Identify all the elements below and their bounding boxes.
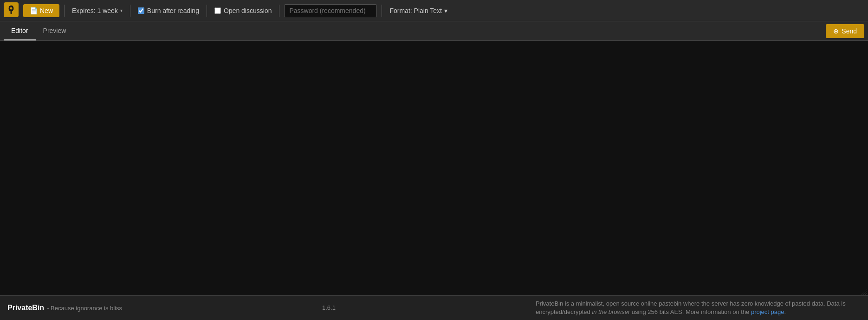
format-dropdown[interactable]: Format: Plain Text ▾ (387, 5, 450, 16)
expires-dropdown-arrow: ▾ (120, 8, 123, 13)
tab-preview[interactable]: Preview (36, 21, 74, 40)
expires-label: Expires: 1 week (72, 7, 118, 14)
open-discussion-checkbox[interactable] (214, 7, 221, 14)
svg-line-5 (863, 291, 867, 295)
tab-preview-label: Preview (43, 27, 66, 34)
main-content: Editor Preview ⊕ Send (0, 21, 868, 295)
send-button[interactable]: ⊕ Send (826, 24, 864, 38)
svg-rect-3 (11, 11, 12, 14)
tab-editor[interactable]: Editor (4, 21, 36, 40)
editor-textarea[interactable] (0, 41, 868, 295)
footer-tagline: - Because ignorance is bliss (47, 305, 122, 312)
burn-after-reading-label: Burn after reading (147, 7, 199, 14)
editor-wrapper (0, 41, 868, 295)
svg-line-6 (865, 293, 867, 295)
tab-editor-label: Editor (11, 27, 28, 34)
logo (4, 2, 19, 19)
send-button-label: Send (842, 27, 857, 35)
tabs-left: Editor Preview (4, 21, 73, 40)
burn-after-reading-checkbox-label[interactable]: Burn after reading (135, 5, 202, 16)
project-page-link[interactable]: project page (751, 308, 784, 315)
footer-desc-middle: using 256 bits AES. More information on … (630, 308, 751, 315)
nav-separator-2 (130, 5, 130, 17)
new-button-label: New (40, 7, 53, 14)
resize-handle[interactable] (862, 289, 867, 294)
nav-separator-5 (382, 5, 382, 17)
open-discussion-checkbox-label[interactable]: Open discussion (212, 5, 275, 16)
footer-brand: PrivateBin (7, 304, 44, 312)
tabs-bar: Editor Preview ⊕ Send (0, 21, 868, 41)
footer-desc-italic: in the browser (592, 308, 630, 315)
footer-desc-suffix: . (784, 308, 786, 315)
expires-dropdown[interactable]: Expires: 1 week ▾ (69, 5, 125, 16)
new-button[interactable]: 📄 New (23, 4, 59, 17)
format-dropdown-arrow: ▾ (444, 7, 447, 14)
nav-separator-3 (207, 5, 207, 17)
footer-branding: PrivateBin - Because ignorance is bliss (7, 304, 122, 312)
password-input[interactable] (284, 4, 377, 17)
file-icon: 📄 (30, 7, 38, 14)
footer-version: 1.6.1 (322, 304, 336, 311)
navbar: 📄 New Expires: 1 week ▾ Burn after readi… (0, 0, 868, 21)
footer-description: PrivateBin is a minimalist, open source … (536, 300, 861, 316)
nav-separator-4 (279, 5, 279, 17)
footer: PrivateBin - Because ignorance is bliss … (0, 295, 868, 320)
send-icon: ⊕ (833, 27, 839, 35)
open-discussion-label: Open discussion (224, 7, 272, 14)
format-label: Format: Plain Text (389, 7, 442, 14)
svg-point-2 (10, 7, 13, 10)
nav-separator-1 (64, 5, 65, 17)
burn-after-reading-checkbox[interactable] (138, 7, 144, 14)
